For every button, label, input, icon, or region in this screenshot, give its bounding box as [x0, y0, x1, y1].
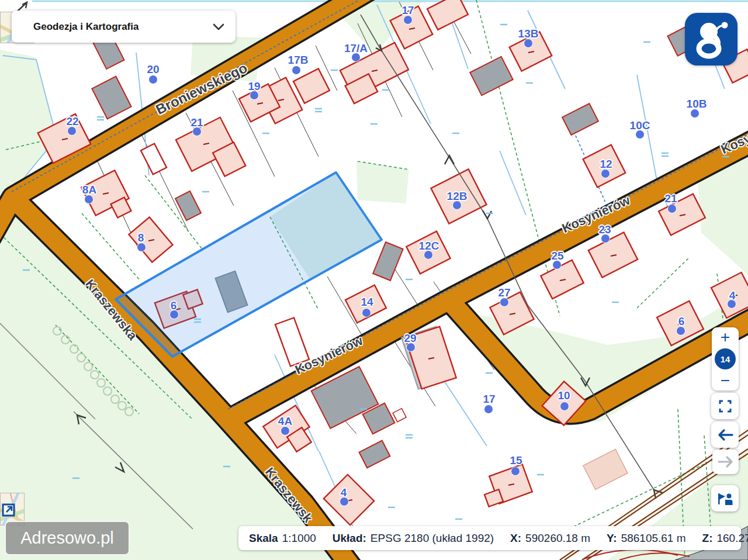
history-back-button[interactable] — [711, 421, 739, 448]
map-canvas[interactable]: BroniewskiegoKraszewskaKraszewskKosynier… — [0, 0, 748, 560]
z-label: Z: — [702, 532, 713, 545]
y-readout: Y: 586105.61 m — [607, 532, 686, 545]
scale-readout: Skala 1:1000 — [249, 532, 316, 545]
fullscreen-icon — [718, 399, 732, 413]
zoom-in-button[interactable]: + — [721, 329, 730, 346]
flag-person-icon — [717, 491, 733, 506]
layer-selector-label: Geodezja i Kartografia — [33, 21, 212, 33]
x-value: 590260.18 m — [525, 532, 590, 545]
y-value: 586105.61 m — [621, 532, 686, 545]
adresowo-watermark: Adresowo.pl — [5, 521, 130, 555]
x-label: X: — [510, 532, 521, 545]
scale-label: Skala — [249, 532, 278, 545]
y-label: Y: — [607, 532, 617, 545]
zoom-controls: + 14 − — [712, 327, 739, 390]
crs-label: Układ: — [333, 532, 366, 545]
fullscreen-button[interactable] — [711, 393, 739, 419]
history-forward-button[interactable] — [712, 450, 739, 474]
arrow-left-icon — [717, 428, 733, 441]
report-flag-button[interactable] — [711, 485, 739, 511]
status-bar: Skala 1:1000 Układ: EPSG 2180 (układ 199… — [238, 526, 741, 550]
open-in-new-icon — [2, 502, 16, 517]
zoom-level-badge: 14 — [715, 348, 736, 369]
chevron-down-icon — [212, 23, 225, 31]
zoom-out-button[interactable]: − — [721, 372, 730, 389]
scale-value: 1:1000 — [282, 532, 316, 545]
geoportal-logo[interactable] — [685, 13, 737, 65]
arrow-right-icon — [718, 455, 734, 468]
geoportal-g-icon — [685, 13, 737, 65]
layer-selector[interactable]: Geodezja i Kartografia — [12, 11, 236, 43]
z-readout: Z: 160.27 — [702, 532, 748, 545]
open-external-map-button[interactable] — [2, 502, 16, 517]
cadastral-map-graphics — [0, 0, 748, 560]
crs-value: EPSG 2180 (układ 1992) — [370, 532, 494, 545]
crs-readout: Układ: EPSG 2180 (układ 1992) — [333, 532, 494, 545]
z-value: 160.27 — [716, 532, 748, 545]
x-readout: X: 590260.18 m — [510, 532, 590, 545]
